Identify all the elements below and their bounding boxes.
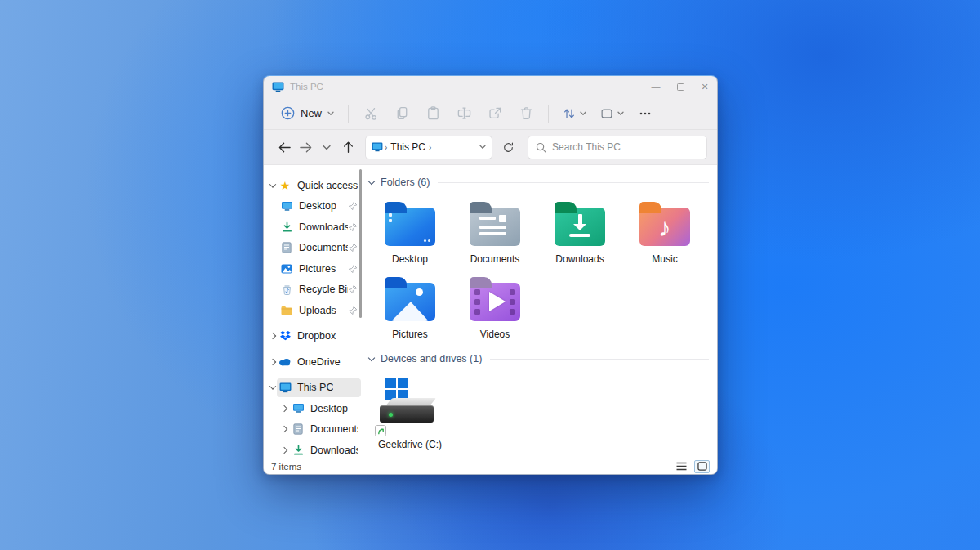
- address-bar[interactable]: › This PC ›: [365, 136, 492, 159]
- folder-tile-music[interactable]: ♪ Music: [622, 196, 707, 271]
- copy-button[interactable]: [386, 101, 417, 127]
- search-box[interactable]: [528, 136, 707, 159]
- up-button[interactable]: [337, 136, 359, 159]
- sidebar-item-recycle-bin[interactable]: Recycle Bin: [264, 279, 363, 301]
- recycle-bin-icon: [280, 283, 293, 296]
- refresh-button[interactable]: [497, 136, 519, 159]
- maximize-button[interactable]: [668, 76, 693, 97]
- search-input[interactable]: [552, 141, 699, 153]
- command-toolbar: New: [264, 97, 717, 130]
- pin-icon[interactable]: [348, 201, 358, 211]
- sidebar-item-this-pc-downloads[interactable]: Downloads: [264, 440, 363, 458]
- navigation-bar: › This PC ›: [264, 130, 717, 164]
- folder-icon: [280, 304, 293, 317]
- address-dropdown-icon[interactable]: [479, 145, 486, 150]
- expand-chevron-icon[interactable]: [270, 359, 276, 365]
- sidebar-item-label: Uploads: [299, 305, 336, 316]
- sidebar-item-documents[interactable]: Documents: [264, 238, 363, 259]
- expand-chevron-icon[interactable]: [281, 447, 287, 454]
- sidebar-item-desktop[interactable]: Desktop: [264, 196, 363, 217]
- devices-section-header[interactable]: Devices and drives (1): [368, 350, 709, 368]
- trash-icon: [519, 105, 534, 121]
- view-button[interactable]: [593, 101, 630, 127]
- windows-logo-icon: [385, 378, 408, 400]
- sidebar-item-quick-access[interactable]: ★ Quick access: [264, 175, 363, 196]
- folder-tile-downloads[interactable]: Downloads: [537, 196, 622, 271]
- desktop-icon: [292, 402, 305, 415]
- details-view-button[interactable]: [674, 460, 689, 473]
- this-pc-icon: [372, 142, 383, 152]
- sort-button[interactable]: [555, 101, 593, 127]
- downloads-icon: [280, 221, 293, 234]
- sidebar-item-this-pc-desktop[interactable]: Desktop: [264, 398, 363, 419]
- view-icon: [599, 106, 614, 121]
- section-label: Folders (6): [381, 177, 430, 188]
- drive-tile-geekdrive[interactable]: Geekdrive (C:): [368, 373, 452, 457]
- pin-icon[interactable]: [348, 284, 358, 294]
- back-arrow-icon: [278, 141, 292, 154]
- sidebar-item-label: Downloads: [299, 221, 348, 233]
- pictures-folder-icon: [385, 283, 435, 321]
- back-button[interactable]: [274, 136, 295, 159]
- close-button[interactable]: ✕: [693, 76, 717, 97]
- folder-tile-documents[interactable]: Documents: [452, 196, 537, 271]
- file-explorer-window: This PC — ✕ New: [263, 75, 718, 475]
- tile-label: Pictures: [392, 329, 427, 340]
- hard-drive-icon: [378, 378, 442, 432]
- new-button[interactable]: New: [274, 102, 341, 124]
- thumbnail-view-button[interactable]: [694, 460, 710, 473]
- sidebar-item-onedrive[interactable]: OneDrive: [264, 351, 363, 373]
- pin-icon[interactable]: [348, 264, 358, 274]
- minimize-button[interactable]: —: [644, 76, 668, 97]
- documents-folder-icon: [470, 208, 520, 246]
- sidebar-item-label: Desktop: [299, 200, 336, 212]
- sidebar-item-dropbox[interactable]: Dropbox: [264, 326, 363, 347]
- pin-icon[interactable]: [348, 222, 358, 232]
- pin-icon[interactable]: [348, 306, 358, 315]
- sidebar-item-label: Recycle Bin: [299, 284, 348, 295]
- recent-locations-button[interactable]: [316, 136, 337, 159]
- sidebar-item-this-pc-documents[interactable]: Documents: [264, 419, 363, 440]
- tile-label: Desktop: [392, 253, 428, 265]
- expand-chevron-icon[interactable]: [281, 405, 287, 412]
- folder-tile-videos[interactable]: Videos: [452, 271, 537, 347]
- folder-tile-desktop[interactable]: Desktop: [368, 196, 452, 271]
- collapse-chevron-icon: [368, 178, 375, 185]
- folder-tile-pictures[interactable]: Pictures: [368, 271, 452, 347]
- sidebar-item-this-pc[interactable]: This PC: [264, 378, 363, 399]
- expand-chevron-icon[interactable]: [270, 333, 276, 339]
- paste-button[interactable]: [417, 101, 448, 127]
- breadcrumb-separator: ›: [385, 143, 387, 152]
- more-options-button[interactable]: [630, 101, 660, 127]
- window-title: This PC: [290, 82, 323, 92]
- rename-button[interactable]: [448, 101, 479, 127]
- items-count: 7 items: [271, 462, 301, 472]
- folders-section-header[interactable]: Folders (6): [368, 173, 709, 191]
- sidebar-item-pictures[interactable]: Pictures: [264, 258, 363, 279]
- delete-button[interactable]: [510, 101, 541, 127]
- new-button-label: New: [301, 107, 322, 119]
- pin-icon[interactable]: [348, 243, 358, 253]
- chevron-down-icon: [327, 111, 334, 116]
- cut-button[interactable]: [355, 101, 386, 127]
- status-bar: 7 items: [264, 458, 717, 474]
- share-button[interactable]: [479, 101, 510, 127]
- details-view-icon: [676, 462, 687, 471]
- plus-circle-icon: [281, 106, 295, 120]
- tile-label: Downloads: [555, 253, 604, 265]
- sidebar-scrollbar[interactable]: [359, 169, 362, 318]
- sidebar-item-downloads[interactable]: Downloads: [264, 217, 363, 238]
- this-pc-icon: [272, 82, 284, 92]
- maximize-icon: [677, 83, 684, 91]
- title-bar[interactable]: This PC — ✕: [264, 76, 717, 97]
- collapse-chevron-icon[interactable]: [270, 181, 276, 187]
- collapse-chevron-icon[interactable]: [270, 383, 276, 390]
- forward-button[interactable]: [295, 136, 316, 159]
- sidebar-item-uploads[interactable]: Uploads: [264, 300, 363, 321]
- breadcrumb-this-pc[interactable]: This PC: [390, 141, 425, 153]
- onedrive-cloud-icon: [278, 355, 292, 369]
- music-folder-icon: ♪: [639, 208, 690, 246]
- tile-label: Geekdrive (C:): [378, 439, 442, 450]
- expand-chevron-icon[interactable]: [281, 426, 287, 432]
- collapse-chevron-icon: [368, 355, 375, 361]
